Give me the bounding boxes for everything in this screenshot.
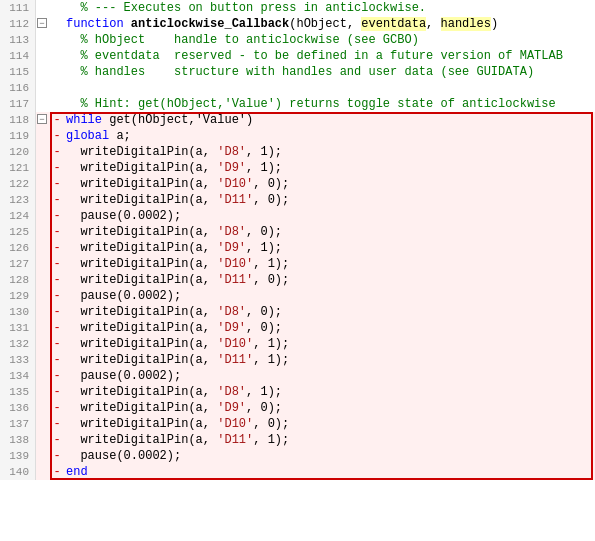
line-content: % --- Executes on button press in anticl… xyxy=(64,0,595,16)
code-line: 129- pause(0.0002); xyxy=(0,288,595,304)
code-line: 128- writeDigitalPin(a, 'D11', 0); xyxy=(0,272,595,288)
line-content: writeDigitalPin(a, 'D8', 1); xyxy=(64,144,595,160)
code-line: 115 % handles structure with handles and… xyxy=(0,64,595,80)
line-content: pause(0.0002); xyxy=(64,288,595,304)
line-content: % handles structure with handles and use… xyxy=(64,64,595,80)
code-line: 125- writeDigitalPin(a, 'D8', 0); xyxy=(0,224,595,240)
line-content: writeDigitalPin(a, 'D8', 1); xyxy=(64,384,595,400)
line-number: 131 xyxy=(0,320,36,336)
code-line: 113 % hObject handle to anticlockwise (s… xyxy=(0,32,595,48)
line-content: pause(0.0002); xyxy=(64,208,595,224)
line-number: 128 xyxy=(0,272,36,288)
line-number: 126 xyxy=(0,240,36,256)
line-content: % eventdata reserved - to be defined in … xyxy=(64,48,595,64)
line-dash: - xyxy=(50,256,64,272)
line-number: 115 xyxy=(0,64,36,80)
code-line: 134- pause(0.0002); xyxy=(0,368,595,384)
code-line: 111 % --- Executes on button press in an… xyxy=(0,0,595,16)
code-editor: 111 % --- Executes on button press in an… xyxy=(0,0,595,541)
line-dash: - xyxy=(50,416,64,432)
code-line: 124- pause(0.0002); xyxy=(0,208,595,224)
line-content: writeDigitalPin(a, 'D10', 0); xyxy=(64,416,595,432)
line-content: end xyxy=(64,464,595,480)
line-dash: - xyxy=(50,240,64,256)
line-number: 138 xyxy=(0,432,36,448)
line-dash: - xyxy=(50,176,64,192)
line-content: while get(hObject,'Value') xyxy=(64,112,595,128)
code-line: 117 % Hint: get(hObject,'Value') returns… xyxy=(0,96,595,112)
code-line: 139- pause(0.0002); xyxy=(0,448,595,464)
code-line: 130- writeDigitalPin(a, 'D8', 0); xyxy=(0,304,595,320)
line-number: 120 xyxy=(0,144,36,160)
code-line: 114 % eventdata reserved - to be defined… xyxy=(0,48,595,64)
line-number: 129 xyxy=(0,288,36,304)
line-number: 130 xyxy=(0,304,36,320)
line-dash: - xyxy=(50,320,64,336)
fold-icon[interactable]: − xyxy=(36,16,50,32)
line-dash: - xyxy=(50,128,64,144)
line-content: % Hint: get(hObject,'Value') returns tog… xyxy=(64,96,595,112)
line-number: 140 xyxy=(0,464,36,480)
code-line: 119-global a; xyxy=(0,128,595,144)
line-dash: - xyxy=(50,160,64,176)
line-content: writeDigitalPin(a, 'D11', 1); xyxy=(64,352,595,368)
line-number: 137 xyxy=(0,416,36,432)
code-line: 118−-while get(hObject,'Value') xyxy=(0,112,595,128)
line-content: writeDigitalPin(a, 'D8', 0); xyxy=(64,224,595,240)
line-content: writeDigitalPin(a, 'D9', 0); xyxy=(64,400,595,416)
line-dash: - xyxy=(50,208,64,224)
line-number: 135 xyxy=(0,384,36,400)
line-content: % hObject handle to anticlockwise (see G… xyxy=(64,32,595,48)
code-line: 131- writeDigitalPin(a, 'D9', 0); xyxy=(0,320,595,336)
line-number: 118 xyxy=(0,112,36,128)
code-line: 120- writeDigitalPin(a, 'D8', 1); xyxy=(0,144,595,160)
line-number: 114 xyxy=(0,48,36,64)
line-content: writeDigitalPin(a, 'D8', 0); xyxy=(64,304,595,320)
line-content: writeDigitalPin(a, 'D11', 0); xyxy=(64,272,595,288)
line-content: writeDigitalPin(a, 'D9', 0); xyxy=(64,320,595,336)
line-dash: - xyxy=(50,224,64,240)
fold-icon[interactable]: − xyxy=(36,112,50,128)
line-dash: - xyxy=(50,464,64,480)
line-dash: - xyxy=(50,192,64,208)
line-number: 113 xyxy=(0,32,36,48)
line-number: 124 xyxy=(0,208,36,224)
line-content: pause(0.0002); xyxy=(64,368,595,384)
line-number: 134 xyxy=(0,368,36,384)
line-dash: - xyxy=(50,400,64,416)
line-dash: - xyxy=(50,352,64,368)
code-line: 132- writeDigitalPin(a, 'D10', 1); xyxy=(0,336,595,352)
line-dash: - xyxy=(50,448,64,464)
line-number: 112 xyxy=(0,16,36,32)
line-dash: - xyxy=(50,144,64,160)
line-number: 119 xyxy=(0,128,36,144)
line-dash: - xyxy=(50,384,64,400)
line-number: 111 xyxy=(0,0,36,16)
code-line: 140-end xyxy=(0,464,595,480)
line-content: writeDigitalPin(a, 'D10', 0); xyxy=(64,176,595,192)
line-dash: - xyxy=(50,368,64,384)
code-line: 137- writeDigitalPin(a, 'D10', 0); xyxy=(0,416,595,432)
line-number: 116 xyxy=(0,80,36,96)
code-line: 116 xyxy=(0,80,595,96)
line-dash: - xyxy=(50,272,64,288)
code-line: 122- writeDigitalPin(a, 'D10', 0); xyxy=(0,176,595,192)
code-line: 112−function anticlockwise_Callback(hObj… xyxy=(0,16,595,32)
line-content: global a; xyxy=(64,128,595,144)
line-number: 117 xyxy=(0,96,36,112)
code-line: 126- writeDigitalPin(a, 'D9', 1); xyxy=(0,240,595,256)
line-dash: - xyxy=(50,304,64,320)
code-line: 121- writeDigitalPin(a, 'D9', 1); xyxy=(0,160,595,176)
line-number: 123 xyxy=(0,192,36,208)
line-number: 121 xyxy=(0,160,36,176)
line-content: pause(0.0002); xyxy=(64,448,595,464)
line-number: 133 xyxy=(0,352,36,368)
code-line: 136- writeDigitalPin(a, 'D9', 0); xyxy=(0,400,595,416)
line-number: 139 xyxy=(0,448,36,464)
code-line: 123- writeDigitalPin(a, 'D11', 0); xyxy=(0,192,595,208)
line-dash: - xyxy=(50,336,64,352)
line-dash: - xyxy=(50,112,64,128)
code-line: 135- writeDigitalPin(a, 'D8', 1); xyxy=(0,384,595,400)
line-number: 122 xyxy=(0,176,36,192)
line-content: writeDigitalPin(a, 'D11', 1); xyxy=(64,432,595,448)
